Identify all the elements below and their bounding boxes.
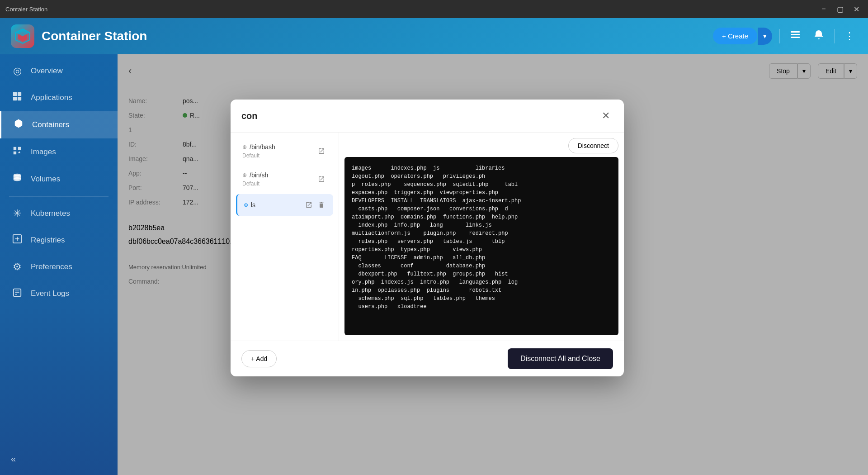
create-dropdown-button[interactable]: ▾ bbox=[758, 28, 772, 45]
containers-icon bbox=[12, 119, 25, 131]
svg-rect-6 bbox=[13, 92, 17, 96]
sidebar-item-images[interactable]: Images bbox=[0, 138, 118, 166]
volumes-icon bbox=[11, 173, 24, 185]
svg-rect-7 bbox=[18, 92, 21, 96]
sidebar-label-preferences: Preferences bbox=[31, 262, 72, 271]
create-button-group: + Create ▾ bbox=[713, 28, 772, 45]
session-item-left-ls: ⊕ ls bbox=[244, 201, 255, 209]
shell-icon-sh: ⊕ bbox=[242, 172, 247, 178]
detail-panel: ‹ Stop ▾ Edit ▾ bbox=[118, 54, 868, 475]
sidebar-item-overview[interactable]: ◎ Overview bbox=[0, 58, 118, 84]
session-name-bash: ⊕ /bin/bash bbox=[242, 143, 275, 151]
add-session-button[interactable]: + Add bbox=[241, 350, 277, 367]
titlebar-controls: − ▢ ✕ bbox=[817, 3, 863, 15]
sidebar-item-applications[interactable]: Applications bbox=[0, 84, 118, 111]
session-actions-sh bbox=[316, 174, 327, 185]
collapse-sidebar-button[interactable]: « bbox=[11, 454, 16, 464]
sidebar-item-containers[interactable]: Containers bbox=[0, 111, 118, 138]
shell-icon-ls: ⊕ bbox=[244, 202, 248, 208]
session-item-bin-sh[interactable]: ⊕ /bin/sh Default bbox=[236, 166, 333, 192]
minimize-button[interactable]: − bbox=[817, 3, 830, 15]
session-name-sh: ⊕ /bin/sh bbox=[242, 171, 268, 179]
app-logo bbox=[11, 24, 34, 48]
svg-rect-8 bbox=[13, 97, 17, 100]
svg-rect-5 bbox=[791, 37, 800, 38]
sidebar-item-kubernetes[interactable]: ✳ Kubernetes bbox=[0, 200, 118, 227]
session-sub-sh: Default bbox=[242, 180, 268, 187]
svg-rect-4 bbox=[791, 34, 800, 35]
svg-rect-9 bbox=[18, 97, 21, 100]
sidebar-item-event-logs[interactable]: Event Logs bbox=[0, 280, 118, 307]
registries-icon bbox=[11, 234, 24, 247]
app: Container Station + Create ▾ ⋮ ◎ Overvie… bbox=[0, 18, 868, 475]
session-sub-bash: Default bbox=[242, 152, 275, 159]
disconnect-all-button[interactable]: Disconnect All and Close bbox=[508, 348, 613, 369]
sidebar-item-volumes[interactable]: Volumes bbox=[0, 166, 118, 193]
sidebar-label-registries: Registries bbox=[31, 236, 65, 245]
sidebar-label-kubernetes: Kubernetes bbox=[31, 209, 70, 218]
sidebar-label-containers: Containers bbox=[32, 120, 69, 129]
more-options-button[interactable]: ⋮ bbox=[842, 28, 857, 45]
sidebar-label-volumes: Volumes bbox=[31, 175, 60, 184]
close-button[interactable]: ✕ bbox=[850, 3, 863, 15]
terminal-output[interactable]: images indexes.php js libraries logout.p… bbox=[344, 157, 618, 335]
sidebar: ◎ Overview Applications Containers Imag bbox=[0, 54, 118, 475]
shell-icon-bash: ⊕ bbox=[242, 144, 247, 150]
maximize-button[interactable]: ▢ bbox=[834, 3, 846, 15]
body: ◎ Overview Applications Containers Imag bbox=[0, 54, 868, 475]
main-content: ‹ Stop ▾ Edit ▾ bbox=[118, 54, 868, 475]
sidebar-item-registries[interactable]: Registries bbox=[0, 227, 118, 254]
session-actions-ls bbox=[303, 200, 327, 210]
session-item-ls[interactable]: ⊕ ls bbox=[236, 194, 333, 216]
event-logs-icon bbox=[11, 287, 24, 300]
session-list: ⊕ /bin/bash Default bbox=[231, 133, 339, 341]
modal-header: con ✕ bbox=[231, 100, 624, 133]
session-delete-ls-button[interactable] bbox=[316, 200, 327, 210]
session-item-left-bash: ⊕ /bin/bash Default bbox=[242, 143, 275, 159]
app-title: Container Station bbox=[42, 29, 147, 43]
images-icon bbox=[11, 146, 24, 158]
create-button[interactable]: + Create bbox=[713, 28, 757, 44]
session-name-ls: ⊕ ls bbox=[244, 201, 255, 209]
stacks-icon-button[interactable] bbox=[787, 27, 803, 46]
disconnect-button[interactable]: Disconnect bbox=[568, 138, 618, 153]
header-left: Container Station bbox=[11, 24, 147, 48]
modal-close-button[interactable]: ✕ bbox=[599, 109, 613, 123]
nav-divider bbox=[9, 196, 108, 197]
titlebar-title: Contaier Station bbox=[5, 6, 47, 13]
modal-footer: + Add Disconnect All and Close bbox=[231, 341, 624, 376]
svg-rect-3 bbox=[791, 31, 800, 33]
sidebar-footer: « bbox=[0, 446, 118, 471]
session-actions-bash bbox=[316, 146, 327, 157]
applications-icon bbox=[11, 91, 24, 104]
exec-console-modal: con ✕ ⊕ /bin/bash bbox=[231, 100, 624, 376]
sidebar-item-preferences[interactable]: ⚙ Preferences bbox=[0, 254, 118, 280]
session-item-left-sh: ⊕ /bin/sh Default bbox=[242, 171, 268, 187]
svg-marker-2 bbox=[15, 29, 30, 36]
terminal-area: Disconnect images indexes.php js librari… bbox=[339, 133, 624, 341]
modal-body: ⊕ /bin/bash Default bbox=[231, 133, 624, 341]
session-open-ls-button[interactable] bbox=[303, 200, 314, 210]
session-item-bin-bash[interactable]: ⊕ /bin/bash Default bbox=[236, 138, 333, 164]
terminal-toolbar: Disconnect bbox=[344, 138, 618, 153]
header-divider bbox=[779, 29, 780, 43]
overview-icon: ◎ bbox=[11, 65, 24, 77]
sidebar-label-images: Images bbox=[31, 147, 56, 157]
modal-title: con bbox=[241, 111, 258, 121]
sidebar-label-applications: Applications bbox=[31, 93, 72, 102]
header-right: + Create ▾ ⋮ bbox=[713, 27, 857, 46]
header-divider-2 bbox=[834, 29, 835, 43]
preferences-icon: ⚙ bbox=[11, 261, 24, 273]
header: Container Station + Create ▾ ⋮ bbox=[0, 18, 868, 54]
session-open-bash-button[interactable] bbox=[316, 146, 327, 157]
titlebar: Contaier Station − ▢ ✕ bbox=[0, 0, 868, 18]
kubernetes-icon: ✳ bbox=[11, 208, 24, 219]
sidebar-label-overview: Overview bbox=[31, 66, 63, 76]
session-open-sh-button[interactable] bbox=[316, 174, 327, 185]
sidebar-label-event-logs: Event Logs bbox=[31, 289, 69, 298]
notifications-button[interactable] bbox=[811, 27, 827, 46]
